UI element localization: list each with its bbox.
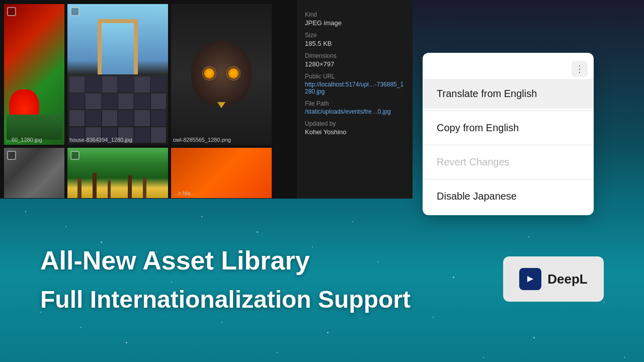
size-label: Size <box>305 32 405 39</box>
promo-text-block: All-New Asset Library Full International… <box>40 245 503 313</box>
file-path-label: File Path <box>305 100 405 107</box>
info-panel: Kind JPEG image Size 185.5 KB Dimensions… <box>297 0 413 199</box>
filename-orange: …c bla… <box>173 190 270 196</box>
deepl-label: DeepL <box>547 272 587 287</box>
context-menu: ⋮ Translate from English Copy from Engli… <box>423 53 594 215</box>
owl-image <box>171 4 272 145</box>
menu-item-translate[interactable]: Translate from English <box>423 79 594 109</box>
kind-label: Kind <box>305 11 405 18</box>
filename-flower: …60_1280.jpg <box>6 137 62 143</box>
deepl-icon <box>519 268 541 290</box>
owl-eye-left <box>202 66 216 80</box>
context-menu-header: ⋮ <box>423 57 594 79</box>
menu-item-copy[interactable]: Copy from English <box>423 113 594 143</box>
divider-2 <box>423 145 594 145</box>
grid-cell-owl[interactable]: owl-8285565_1280.png <box>171 4 272 145</box>
context-menu-more-button[interactable]: ⋮ <box>572 61 588 77</box>
menu-item-disable[interactable]: Disable Japanese <box>423 182 594 211</box>
divider-1 <box>423 111 594 111</box>
public-url-label: Public URL <box>305 73 405 80</box>
asset-grid: …60_1280.jpg house-8364394_1280.jpg o <box>0 0 297 199</box>
checkbox-stone[interactable] <box>7 151 16 160</box>
divider-3 <box>423 179 594 179</box>
grid-cell-house[interactable]: house-8364394_1280.jpg <box>67 4 168 145</box>
public-url-value[interactable]: http://localhost:5174/upl…-736885_1280.j… <box>305 81 405 95</box>
updated-by-value: Kohei Yoshino <box>305 128 405 136</box>
promo-section: All-New Asset Library Full International… <box>0 196 644 362</box>
checkbox-trees[interactable] <box>70 151 79 160</box>
owl-eye-right <box>226 66 240 80</box>
grid-cell-orange[interactable]: …c bla… <box>171 148 272 198</box>
dimensions-value: 1280×797 <box>305 60 405 68</box>
grid-cell-stone[interactable] <box>4 148 64 198</box>
checkbox-house[interactable] <box>70 7 79 16</box>
grid-cell-trees[interactable] <box>67 148 168 198</box>
kind-value: JPEG image <box>305 19 405 27</box>
promo-title-asset-library: All-New Asset Library <box>40 245 503 276</box>
size-value: 185.5 KB <box>305 40 405 47</box>
grid-cell-flower[interactable]: …60_1280.jpg <box>4 4 64 145</box>
filename-owl: owl-8285565_1280.png <box>173 137 270 143</box>
updated-by-label: Updated by <box>305 120 405 127</box>
file-path-value[interactable]: /static/uploads/events/tre…0.jpg <box>305 108 405 115</box>
promo-title-i18n: Full Internationalization Support <box>40 286 503 313</box>
checkbox-flower[interactable] <box>7 7 16 16</box>
deepl-badge[interactable]: DeepL <box>503 256 604 302</box>
dimensions-label: Dimensions <box>305 52 405 59</box>
menu-item-revert: Revert Changes <box>423 147 594 177</box>
filename-house: house-8364394_1280.jpg <box>69 137 166 143</box>
house-frame <box>98 19 138 79</box>
